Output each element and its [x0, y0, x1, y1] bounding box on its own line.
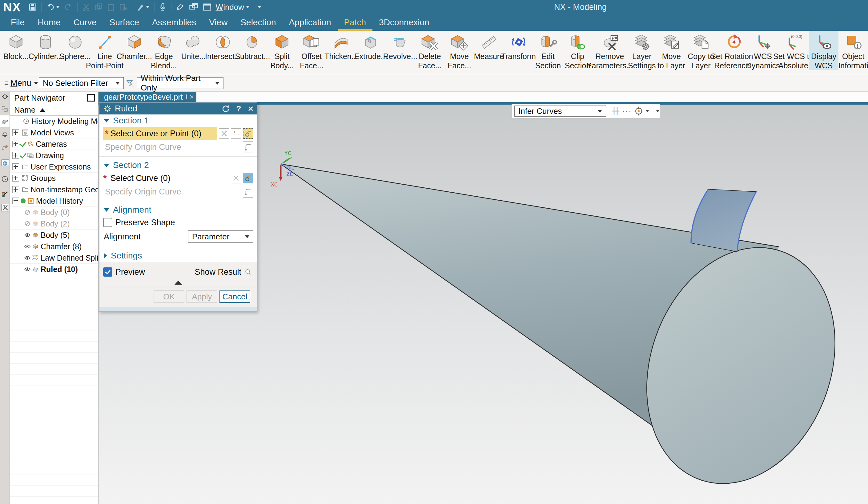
- ribbon-revolve[interactable]: Revolve...: [385, 31, 415, 61]
- menu-curve[interactable]: Curve: [67, 15, 103, 31]
- section1-header[interactable]: Section 1: [100, 114, 257, 127]
- tab-close-icon[interactable]: ×: [189, 93, 194, 101]
- ribbon-layer-settings[interactable]: LayerSettings: [627, 31, 657, 70]
- paste-special-button[interactable]: [117, 1, 129, 13]
- section2-header[interactable]: Section 2: [100, 159, 257, 171]
- reuse-library-icon[interactable]: [1, 131, 9, 138]
- alignment-header[interactable]: Alignment: [100, 204, 257, 216]
- curve-selection-mode-button[interactable]: [243, 173, 253, 183]
- ribbon-cylinder[interactable]: Cylinder...: [31, 31, 60, 61]
- ribbon-unite[interactable]: Unite...: [178, 31, 208, 61]
- select-curve-or-point-field[interactable]: * Select Curve or Point (0): [103, 127, 217, 140]
- resource-settings-icon[interactable]: [1, 93, 9, 100]
- history-palette-icon[interactable]: [1, 175, 9, 183]
- visible-eye-icon[interactable]: [24, 231, 31, 239]
- hidden-eye-icon[interactable]: [24, 220, 31, 227]
- ribbon-edge-blend[interactable]: EdgeBlend...: [149, 31, 178, 70]
- menu-assemblies[interactable]: Assemblies: [146, 15, 203, 31]
- single-window-button[interactable]: [200, 1, 214, 13]
- ribbon-set-rotation-reference[interactable]: Set RotationReference: [716, 31, 748, 70]
- ribbon-split-body[interactable]: SplitBody...: [267, 31, 297, 70]
- ribbon-chamfer[interactable]: Chamfer...: [120, 31, 149, 61]
- part-navigator-tab[interactable]: [0, 115, 10, 127]
- swap-sections-button[interactable]: [231, 173, 241, 183]
- voice-command-button[interactable]: [157, 1, 169, 13]
- preserve-shape-checkbox[interactable]: [103, 218, 112, 227]
- dialog-reset-icon[interactable]: [221, 105, 230, 113]
- curve-rule-combo[interactable]: Infer Curves: [514, 106, 606, 117]
- ribbon-move-face[interactable]: MoveFace...: [444, 31, 474, 70]
- toolbar-overflow-icon[interactable]: [258, 6, 261, 8]
- ribbon-offset-face[interactable]: OffsetFace...: [297, 31, 326, 70]
- window-menu[interactable]: Window: [216, 2, 244, 12]
- visible-eye-icon[interactable]: [24, 243, 31, 250]
- more-options-icon[interactable]: ···: [622, 106, 632, 116]
- ok-button[interactable]: OK: [154, 291, 184, 303]
- apply-button[interactable]: Apply: [187, 291, 217, 303]
- tree-row-non-timestamp[interactable]: Non-timestamp Geometry: [10, 184, 98, 196]
- menu-button[interactable]: ≡Menu: [4, 77, 38, 89]
- select-curve-label[interactable]: Select Curve (0): [111, 174, 170, 183]
- expand-plus-icon[interactable]: [12, 152, 19, 159]
- ribbon-line-point-point[interactable]: LinePoint-Point: [90, 31, 120, 70]
- menu-surface[interactable]: Surface: [103, 15, 146, 31]
- origin-curve-button[interactable]: [243, 186, 253, 198]
- selection-filter-combo[interactable]: No Selection Filter: [39, 77, 124, 89]
- cut-button[interactable]: [80, 1, 92, 13]
- ribbon-measure[interactable]: Measure: [474, 31, 504, 61]
- tree-row-law-spline[interactable]: XYZ= Law Defined Spline: [10, 252, 98, 264]
- ribbon-move-to-layer[interactable]: Moveto Layer: [657, 31, 686, 70]
- cancel-button[interactable]: Cancel: [219, 291, 250, 303]
- tree-row-user-expressions[interactable]: User Expressions: [10, 161, 98, 172]
- window-dropdown-icon[interactable]: [246, 6, 250, 8]
- visible-eye-icon[interactable]: [24, 254, 31, 262]
- ribbon-display-wcs[interactable]: DisplayWCS: [809, 31, 838, 70]
- ribbon-delete-face[interactable]: DeleteFace...: [415, 31, 444, 70]
- toolbar-more-icon[interactable]: [656, 110, 660, 112]
- hd3d-tools-icon[interactable]: [1, 144, 9, 151]
- curve-selection-mode-button-active[interactable]: [243, 128, 253, 139]
- expand-plus-icon[interactable]: [12, 140, 19, 147]
- dialog-header[interactable]: Ruled ? ×: [100, 103, 257, 114]
- tree-row-cameras[interactable]: Cameras: [10, 138, 98, 150]
- expand-plus-icon[interactable]: [12, 175, 19, 181]
- point-dialog-button[interactable]: [231, 128, 241, 139]
- menu-application[interactable]: Application: [282, 15, 338, 31]
- alignment-combo[interactable]: Parameter: [188, 230, 253, 243]
- point-on-target-icon[interactable]: [634, 106, 644, 116]
- dialog-close-icon[interactable]: ×: [248, 103, 253, 114]
- tree-row-body2[interactable]: Body (2): [10, 218, 98, 230]
- templates-tools-icon[interactable]: [1, 204, 9, 211]
- undo-dropdown-icon[interactable]: [56, 6, 60, 8]
- menu-3dconnexion[interactable]: 3Dconnexion: [372, 15, 435, 31]
- menu-selection[interactable]: Selection: [234, 15, 282, 31]
- dialog-help-icon[interactable]: ?: [236, 104, 241, 114]
- document-tab[interactable]: gearPrototypeBevel.prt ×: [99, 92, 196, 102]
- ribbon-set-wcs-absolute[interactable]: (0,0,0)Set WCS toAbsolute: [778, 31, 809, 70]
- ribbon-thicken[interactable]: Thicken...: [326, 31, 356, 61]
- collapse-minus-icon[interactable]: [12, 198, 19, 204]
- touch-dropdown-icon[interactable]: [146, 6, 149, 8]
- ribbon-extrude[interactable]: Extrude...: [356, 31, 385, 61]
- preview-checkbox[interactable]: [103, 267, 112, 277]
- visible-eye-icon[interactable]: [24, 265, 31, 273]
- expand-plus-icon[interactable]: [12, 164, 19, 170]
- ribbon-subtract[interactable]: Subtract...: [238, 31, 267, 61]
- tree-row-body5[interactable]: Body (5): [10, 230, 98, 241]
- ribbon-copy-to-layer[interactable]: Copy toLayer: [686, 31, 716, 70]
- swap-sections-button[interactable]: [219, 128, 229, 139]
- ribbon-wcs-dynamics[interactable]: WCSDynamics: [748, 31, 778, 70]
- undo-button[interactable]: [44, 1, 62, 13]
- hidden-eye-icon[interactable]: [24, 209, 31, 216]
- dialog-collapse-control[interactable]: [100, 279, 257, 287]
- expand-plus-icon[interactable]: [12, 129, 19, 136]
- tree-row-drawing[interactable]: Drawing: [10, 150, 98, 161]
- visual-effects-icon[interactable]: [1, 191, 9, 198]
- tree-row-groups[interactable]: Groups: [10, 172, 98, 184]
- tree-row-body0[interactable]: Body (0): [10, 207, 98, 218]
- menu-file[interactable]: File: [4, 15, 31, 31]
- paste-button[interactable]: [105, 1, 117, 13]
- cascade-windows-button[interactable]: [187, 1, 200, 13]
- target-dropdown-icon[interactable]: [645, 110, 649, 112]
- tree-row-history-mode[interactable]: History Modeling Mode: [10, 116, 98, 127]
